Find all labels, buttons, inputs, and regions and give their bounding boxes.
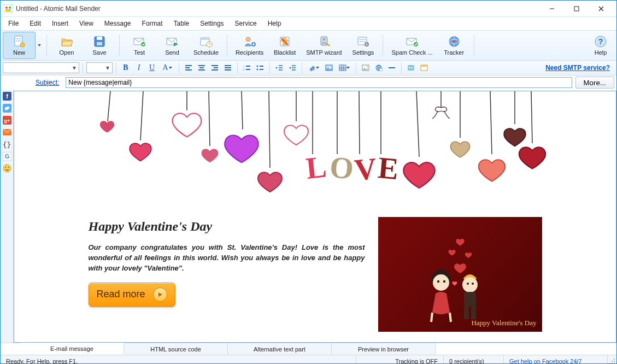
tracker-button[interactable]: Tracker [438,32,471,59]
italic-button[interactable]: I [133,62,145,74]
save-button[interactable]: Save [83,32,116,59]
smtp-service-link[interactable]: Need SMTP service? [545,64,614,72]
svg-point-2 [9,7,11,9]
insert-image-button[interactable] [360,62,372,74]
editor-tabs: E-mail message HTML source code Alternat… [1,343,616,355]
svg-line-108 [531,91,532,143]
subject-more-button[interactable]: More... [575,77,614,89]
edit-html-button[interactable] [418,62,430,74]
open-button[interactable]: Open [50,32,83,59]
email-editor[interactable]: L O V E H [14,91,616,343]
menu-table[interactable]: Table [169,19,194,28]
font-color-button[interactable]: A [159,62,175,74]
svg-point-120 [472,283,474,285]
new-dropdown[interactable] [36,32,43,59]
code-braces-icon[interactable]: {} [3,140,11,149]
subject-input[interactable] [66,77,572,88]
bold-button[interactable]: B [120,62,132,74]
svg-point-31 [366,44,368,45]
spam-check-icon [406,35,419,48]
spam-check-button[interactable]: Spam Check ... [386,32,437,59]
svg-text:1: 1 [243,65,245,68]
align-right-button[interactable] [209,62,221,74]
maximize-button[interactable] [564,1,589,16]
svg-point-126 [614,361,615,362]
underline-button[interactable]: U [146,62,158,74]
tab-html-source[interactable]: HTML source code [124,343,228,355]
insert-table-button[interactable] [336,62,352,74]
indent-button[interactable] [286,62,298,74]
recipients-button[interactable]: Recipients [231,32,268,59]
tab-preview-browser[interactable]: Preview in browser [332,343,436,355]
facebook-icon[interactable]: f [3,92,11,101]
svg-point-56 [257,69,258,71]
settings-button[interactable]: Settings [346,32,379,59]
svg-point-115 [443,280,445,283]
settings-icon [356,35,369,48]
blacklist-icon [278,35,291,48]
help-button[interactable]: ? Help [587,32,614,59]
menu-edit[interactable]: Edit [25,19,45,28]
font-family-combo[interactable]: ▾ [3,62,79,73]
svg-line-92 [108,91,110,121]
svg-point-66 [327,66,328,67]
send-mail-icon [166,35,179,48]
menu-format[interactable]: Format [138,19,167,28]
emoji-icon[interactable] [3,164,11,173]
smtp-wizard-button[interactable]: SMTP wizard [301,32,346,59]
svg-point-114 [437,280,439,283]
svg-rect-13 [97,37,102,40]
recipients-label: Recipients [236,49,263,56]
insert-line-button[interactable] [386,62,398,74]
send-button[interactable]: Send [156,32,189,59]
resize-grip-icon[interactable] [608,357,616,365]
help-icon: ? [594,35,607,48]
tab-alt-text[interactable]: Alternative text part [228,343,332,355]
tab-email-message[interactable]: E-mail message [20,343,124,354]
svg-text:V: V [352,151,378,187]
send-label: Send [165,49,179,56]
svg-text:?: ? [598,37,603,46]
googleplus-icon[interactable]: g+ [3,116,11,125]
svg-point-128 [612,361,613,362]
svg-point-124 [614,363,615,364]
menu-insert[interactable]: Insert [48,19,73,28]
font-size-combo[interactable]: ▾ [86,62,113,73]
bulleted-list-button[interactable] [254,62,266,74]
align-left-button[interactable] [183,62,195,74]
minimize-button[interactable] [539,1,564,16]
menu-service[interactable]: Service [231,19,261,28]
background-color-button[interactable] [305,62,322,74]
menu-message[interactable]: Message [100,19,136,28]
status-fb-help-link[interactable]: Get help on Facebook 24/7 [509,358,582,365]
spin-syntax-button[interactable] [405,62,417,74]
svg-line-93 [140,91,143,140]
numbered-list-button[interactable]: 12 [241,62,253,74]
schedule-button[interactable]: Schedule [189,32,224,59]
email-icon[interactable] [3,128,11,137]
google-icon[interactable]: G [3,152,11,161]
tracker-label: Tracker [444,49,464,56]
svg-point-1 [5,7,8,9]
svg-rect-67 [339,65,346,71]
blacklist-button[interactable]: Blacklist [268,32,301,59]
svg-rect-10 [16,40,21,42]
twitter-icon[interactable] [3,104,11,113]
test-button[interactable]: Test [123,32,156,59]
menu-file[interactable]: File [4,19,23,28]
svg-point-90 [5,167,6,168]
insert-hyperlink-button[interactable] [373,62,385,74]
app-icon [4,4,13,13]
menu-help[interactable]: Help [263,19,286,28]
new-button[interactable]: New [3,32,36,59]
insert-picture-button[interactable] [323,62,335,74]
align-center-button[interactable] [196,62,208,74]
close-button[interactable] [589,1,613,16]
subject-label[interactable]: Subject: [32,78,62,87]
align-justify-button[interactable] [222,62,234,74]
svg-point-21 [246,37,250,42]
outdent-button[interactable] [273,62,285,74]
menu-view[interactable]: View [75,19,98,28]
read-more-button[interactable]: Read more [89,283,175,307]
menu-settings[interactable]: Settings [196,19,228,28]
